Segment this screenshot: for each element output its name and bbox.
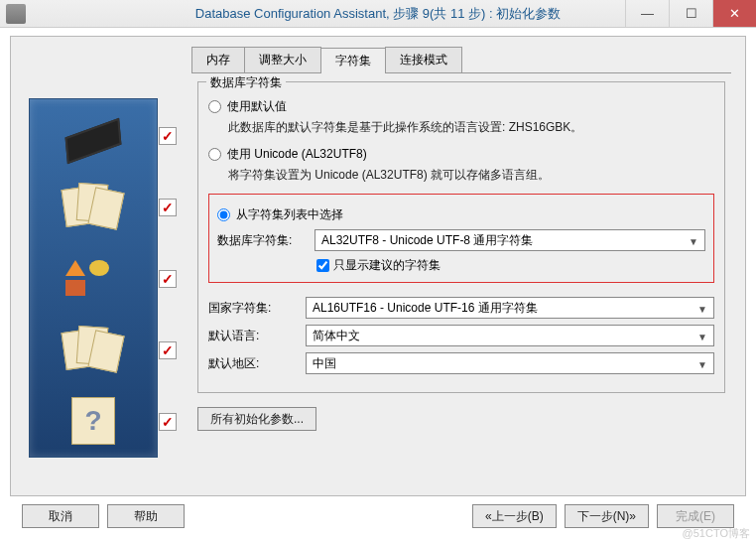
tab-sizing[interactable]: 调整大小: [244, 47, 321, 72]
fieldset-legend: 数据库字符集: [206, 74, 286, 91]
sidebar-step-5: ? ✓: [30, 385, 157, 457]
national-charset-dropdown[interactable]: AL16UTF16 - Unicode UTF-16 通用字符集 ▼: [306, 297, 714, 319]
radio-unicode-input[interactable]: [208, 148, 221, 161]
help-button[interactable]: 帮助: [107, 504, 185, 528]
documents-icon: [63, 184, 123, 229]
only-recommended-label: 只显示建议的字符集: [333, 257, 441, 274]
region-dropdown[interactable]: 中国 ▼: [306, 352, 714, 374]
radio-select-input[interactable]: [217, 208, 230, 221]
national-charset-label: 国家字符集:: [208, 300, 306, 317]
chevron-down-icon: ▼: [695, 357, 709, 371]
window-title: Database Configuration Assistant, 步骤 9(共…: [0, 5, 756, 23]
watermark: @51CTO博客: [683, 526, 750, 541]
region-label: 默认地区:: [208, 355, 306, 372]
charset-fieldset: 数据库字符集 使用默认值 此数据库的默认字符集是基于此操作系统的语言设置: ZH…: [197, 81, 725, 393]
db-charset-value: AL32UTF8 - Unicode UTF-8 通用字符集: [321, 232, 533, 249]
only-recommended-row[interactable]: 只显示建议的字符集: [316, 257, 705, 274]
db-charset-label: 数据库字符集:: [217, 232, 315, 249]
radio-select[interactable]: 从字符集列表中选择: [217, 206, 705, 223]
documents-icon: [63, 327, 123, 372]
db-charset-row: 数据库字符集: AL32UTF8 - Unicode UTF-8 通用字符集 ▼: [217, 229, 705, 251]
check-icon: ✓: [159, 341, 177, 359]
region-row: 默认地区: 中国 ▼: [208, 352, 714, 374]
unicode-desc: 将字符集设置为 Unicode (AL32UTF8) 就可以存储多语言组。: [228, 167, 714, 184]
finish-button[interactable]: 完成(E): [657, 504, 734, 528]
all-params-row: 所有初始化参数...: [197, 407, 725, 431]
lower-rows: 国家字符集: AL16UTF16 - Unicode UTF-16 通用字符集 …: [208, 297, 714, 374]
tab-memory[interactable]: 内存: [191, 47, 245, 72]
radio-default-label: 使用默认值: [227, 98, 287, 115]
chevron-down-icon: ▼: [695, 302, 709, 316]
all-params-button[interactable]: 所有初始化参数...: [197, 407, 316, 431]
sidebar-step-3: ✓: [30, 242, 157, 314]
content: ✓ ✓ ✓ ✓ ? ✓ 内存 调整大小 字: [0, 28, 756, 534]
tab-row: 内存 调整大小 字符集 连接模式: [191, 47, 731, 73]
sidebar-step-1: ✓: [30, 99, 157, 171]
check-icon: ✓: [159, 199, 177, 216]
tab-body: 数据库字符集 使用默认值 此数据库的默认字符集是基于此操作系统的语言设置: ZH…: [191, 73, 731, 439]
back-button[interactable]: « 上一步(B): [472, 504, 557, 528]
check-icon: ✓: [159, 270, 177, 288]
lang-dropdown[interactable]: 简体中文 ▼: [306, 325, 714, 346]
lang-label: 默认语言:: [208, 328, 306, 344]
main-frame: ✓ ✓ ✓ ✓ ? ✓ 内存 调整大小 字: [10, 36, 746, 496]
radio-default-input[interactable]: [208, 100, 221, 113]
question-icon: ?: [71, 397, 115, 445]
only-recommended-checkbox[interactable]: [316, 259, 329, 272]
sidebar-step-4: ✓: [30, 314, 157, 385]
tab-charset[interactable]: 字符集: [320, 48, 386, 73]
shapes-icon: [63, 258, 123, 298]
region-value: 中国: [313, 355, 336, 372]
national-charset-row: 国家字符集: AL16UTF16 - Unicode UTF-16 通用字符集 …: [208, 297, 714, 319]
check-icon: ✓: [159, 413, 177, 431]
back-label: 上一步(B): [492, 508, 544, 525]
footer: 取消 帮助 « 上一步(B) 下一步(N) » 完成(E): [10, 496, 746, 528]
radio-default[interactable]: 使用默认值: [208, 98, 714, 115]
chip-icon: [65, 118, 122, 165]
default-desc: 此数据库的默认字符集是基于此操作系统的语言设置: ZHS16GBK。: [228, 119, 714, 136]
national-charset-value: AL16UTF16 - Unicode UTF-16 通用字符集: [313, 300, 538, 317]
radio-select-label: 从字符集列表中选择: [236, 206, 343, 223]
radio-unicode[interactable]: 使用 Unicode (AL32UTF8): [208, 146, 714, 163]
next-button[interactable]: 下一步(N) »: [565, 504, 649, 528]
lang-value: 简体中文: [313, 328, 360, 344]
wizard-sidebar: ✓ ✓ ✓ ✓ ? ✓: [29, 98, 158, 458]
chevron-down-icon: ▼: [687, 234, 700, 248]
chevron-down-icon: ▼: [695, 330, 709, 343]
sidebar-step-2: ✓: [30, 171, 157, 242]
lang-row: 默认语言: 简体中文 ▼: [208, 325, 714, 346]
radio-unicode-label: 使用 Unicode (AL32UTF8): [227, 146, 367, 163]
tab-connection[interactable]: 连接模式: [385, 47, 462, 72]
titlebar: Database Configuration Assistant, 步骤 9(共…: [0, 0, 756, 28]
check-icon: ✓: [159, 127, 177, 145]
tabs-area: 内存 调整大小 字符集 连接模式 数据库字符集 使用默认值 此数据库的默认字符集…: [191, 47, 731, 439]
next-label: 下一步(N): [577, 508, 630, 525]
cancel-button[interactable]: 取消: [22, 504, 99, 528]
selected-charset-box: 从字符集列表中选择 数据库字符集: AL32UTF8 - Unicode UTF…: [208, 194, 714, 283]
db-charset-dropdown[interactable]: AL32UTF8 - Unicode UTF-8 通用字符集 ▼: [315, 229, 705, 251]
